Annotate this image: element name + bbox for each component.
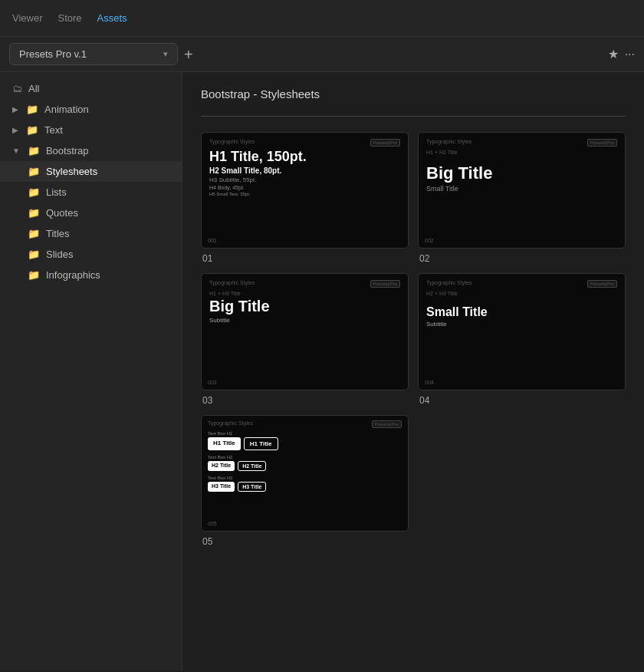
grid-item-04[interactable]: Typographic Styles Presets|Pro H2 + H3 T… (418, 273, 626, 405)
content-title: Bootstrap - Stylesheets (201, 87, 626, 100)
grid-item-01[interactable]: Typographic Styles Presets|Pro H1 Title,… (201, 132, 409, 264)
thumb-big-title-02: Big Title (426, 163, 617, 183)
folder-icon: 📁 (28, 145, 40, 156)
thumbnail-01: Typographic Styles Presets|Pro H1 Title,… (201, 132, 409, 249)
grid-item-02[interactable]: Typographic Styles Presets|Pro H1 + H2 T… (418, 132, 626, 264)
thumbnail-02: Typographic Styles Presets|Pro H1 + H2 T… (418, 132, 626, 249)
sidebar-item-slides-label: Slides (46, 249, 73, 260)
thumb-small-title2-04: Small Title (426, 305, 617, 319)
thumb-tag-03: Typographic Styles (209, 280, 255, 285)
thumb-badge-02: Presets|Pro (587, 139, 617, 147)
sidebar: 🗂 All ▶ 📁 Animation ▶ 📁 Text ▼ 📁 Bootstr… (0, 72, 182, 670)
chevron-right-icon: ▶ (12, 126, 18, 134)
tab-viewer[interactable]: Viewer (12, 9, 43, 27)
thumb05-h1-white: H1 Title (208, 437, 241, 450)
preset-add-button[interactable]: + (184, 47, 193, 62)
thumb05-boxes2: H2 Title H2 Title (208, 461, 402, 471)
thumb-badge-05: Presets|Pro (372, 420, 402, 428)
grid-item-label-03: 03 (201, 395, 409, 406)
thumb05-h2-outline: H2 Title (238, 461, 266, 471)
thumb-h1h3-label-03: H1 + H3 Title (209, 291, 400, 296)
top-bar: Viewer Store Assets (0, 0, 644, 37)
preset-dropdown[interactable]: Presets Pro v.1 ▾ (9, 43, 178, 65)
preset-dropdown-label: Presets Pro v.1 (19, 48, 87, 60)
thumb-h2-01: H2 Small Title, 80pt. (209, 166, 400, 175)
preset-star-button[interactable]: ★ (608, 47, 619, 61)
thumb-small-title-02: Small Title (426, 185, 617, 193)
thumb-badge-03: Presets|Pro (370, 280, 400, 288)
thumb-tag-01: Typographic Styles (209, 139, 255, 144)
sidebar-item-stylesheets-label: Stylesheets (46, 166, 97, 177)
thumb-h5-01: H5 Small Text, 35pt. (209, 192, 400, 196)
grid-item-label-05: 05 (201, 536, 409, 547)
sidebar-item-lists-label: Lists (46, 186, 67, 198)
thumb-content-01: Typographic Styles Presets|Pro H1 Title,… (202, 133, 408, 248)
thumb05-label3: Text Box H3 (208, 476, 402, 480)
sidebar-item-all[interactable]: 🗂 All (0, 78, 182, 99)
sidebar-item-bootstrap-label: Bootstrap (46, 145, 89, 156)
thumb-num-03: 003 (208, 380, 217, 385)
sidebar-item-titles[interactable]: 📁 Titles (0, 223, 182, 244)
thumb-num-05: 005 (208, 521, 217, 526)
thumb-tag-05: Typographic Styles (208, 420, 253, 426)
grid-item-label-01: 01 (201, 253, 409, 264)
sidebar-item-quotes[interactable]: 📁 Quotes (0, 203, 182, 223)
tab-assets[interactable]: Assets (97, 9, 127, 27)
sidebar-item-bootstrap[interactable]: ▼ 📁 Bootstrap (0, 140, 182, 161)
sidebar-item-infographics-label: Infographics (46, 269, 100, 281)
preset-more-button[interactable]: ··· (625, 48, 635, 61)
content-divider (201, 116, 626, 117)
thumb05-row1: Text Box H1 H1 Title H1 Title (208, 431, 402, 450)
sidebar-item-text-label: Text (44, 124, 63, 136)
sidebar-item-animation[interactable]: ▶ 📁 Animation (0, 99, 182, 120)
grid-item-05[interactable]: Typographic Styles Presets|Pro Text Box … (201, 415, 409, 547)
grid-item-label-04: 04 (418, 395, 626, 406)
sidebar-item-stylesheets[interactable]: 📁 Stylesheets (0, 161, 182, 182)
content-area: Bootstrap - Stylesheets Typographic Styl… (182, 72, 644, 670)
thumb-header-05: Typographic Styles Presets|Pro (208, 420, 402, 428)
thumbnail-04: Typographic Styles Presets|Pro H2 + H3 T… (418, 273, 626, 390)
thumb05-h2-white: H2 Title (208, 461, 235, 471)
chevron-down-icon: ▼ (12, 147, 20, 155)
sidebar-item-text[interactable]: ▶ 📁 Text (0, 120, 182, 140)
thumb-h3-01: H3 Subtitle, 55pt. (209, 176, 400, 183)
folder-icon: 📁 (28, 186, 40, 198)
thumb-header-03: Typographic Styles Presets|Pro (209, 280, 400, 288)
sidebar-item-slides[interactable]: 📁 Slides (0, 244, 182, 265)
thumb-badge-01: Presets|Pro (370, 139, 400, 147)
grid-item-label-02: 02 (418, 253, 626, 264)
sidebar-item-quotes-label: Quotes (46, 207, 78, 219)
thumb-subtitle3-04: Subtitle (426, 321, 617, 328)
thumb05-row2: Text Box H2 H2 Title H2 Title (208, 455, 402, 471)
thumb-content-03: Typographic Styles Presets|Pro H1 + H3 T… (202, 274, 408, 389)
thumb-h2h3-label-04: H2 + H3 Title (426, 291, 617, 296)
thumb05-boxes3: H3 Title H3 Title (208, 482, 402, 492)
thumb-h1-01: H1 Title, 150pt. (209, 150, 400, 165)
folder-icon: 📁 (26, 104, 38, 115)
main-layout: 🗂 All ▶ 📁 Animation ▶ 📁 Text ▼ 📁 Bootstr… (0, 72, 644, 670)
top-bar-tabs: Viewer Store Assets (12, 9, 127, 27)
thumb05-h3-outline: H3 Title (238, 482, 266, 492)
folder-icon: 🗂 (12, 83, 22, 94)
sidebar-item-animation-label: Animation (44, 104, 89, 115)
thumb-subtitle2-03: Subtitle (209, 317, 400, 324)
thumb-tag-04: Typographic Styles (426, 280, 472, 285)
tab-store[interactable]: Store (58, 9, 82, 27)
thumb-num-01: 001 (208, 238, 217, 243)
folder-icon: 📁 (28, 166, 40, 177)
thumb05-boxes1: H1 Title H1 Title (208, 437, 402, 450)
grid-item-03[interactable]: Typographic Styles Presets|Pro H1 + H3 T… (201, 273, 409, 405)
folder-icon: 📁 (28, 207, 40, 219)
chevron-down-icon: ▾ (163, 49, 168, 59)
sidebar-item-lists[interactable]: 📁 Lists (0, 182, 182, 203)
thumb05-label2: Text Box H2 (208, 455, 402, 460)
sidebar-item-all-label: All (28, 83, 39, 94)
preset-row: Presets Pro v.1 ▾ + ★ ··· (0, 37, 644, 72)
thumbnail-05: Typographic Styles Presets|Pro Text Box … (201, 415, 409, 532)
thumb-content-05: Typographic Styles Presets|Pro Text Box … (202, 416, 408, 531)
folder-icon: 📁 (28, 249, 40, 260)
thumbnail-03: Typographic Styles Presets|Pro H1 + H3 T… (201, 273, 409, 390)
sidebar-item-infographics[interactable]: 📁 Infographics (0, 265, 182, 285)
thumb-header-01: Typographic Styles Presets|Pro (209, 139, 400, 147)
thumb-header-04: Typographic Styles Presets|Pro (426, 280, 617, 288)
